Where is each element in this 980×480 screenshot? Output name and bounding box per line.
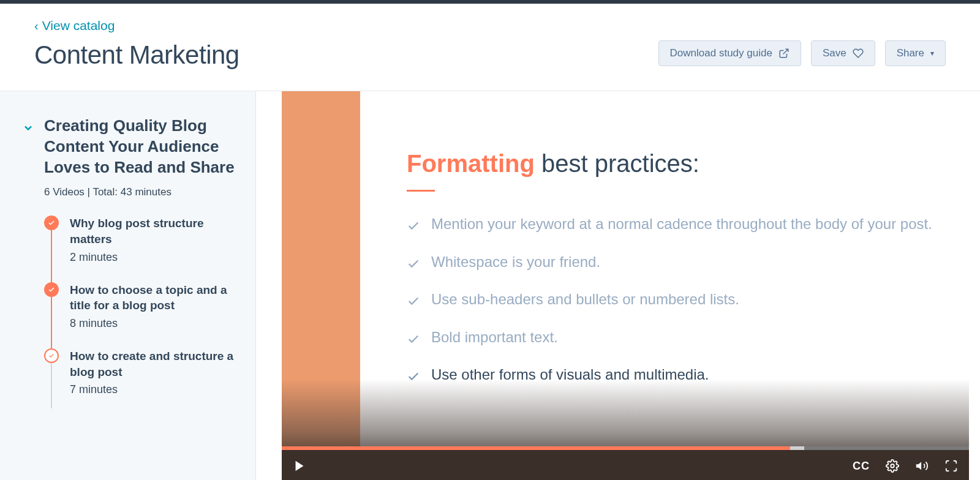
slide-bullet: Bold important text. <box>407 327 932 351</box>
check-icon <box>48 219 55 227</box>
play-icon <box>293 459 306 473</box>
svg-line-0 <box>783 49 788 54</box>
chevron-left-icon: ‹ <box>34 19 39 33</box>
page-header: ‹ View catalog Content Marketing Downloa… <box>0 4 980 91</box>
section-meta: 6 Videos | Total: 43 minutes <box>44 186 238 198</box>
check-icon <box>407 368 420 389</box>
bullet-text: Use sub-headers and bullets or numbered … <box>431 289 739 310</box>
volume-icon <box>915 459 929 473</box>
check-icon <box>48 286 55 293</box>
lesson-sidebar: Creating Quality Blog Content Your Audi­… <box>0 91 256 480</box>
video-area: Formatting best practices: Mention your … <box>256 91 980 480</box>
svg-marker-1 <box>296 461 304 471</box>
bullet-text: Mention your keyword at a normal cadence… <box>431 214 932 234</box>
slide-bullets: Mention your keyword at a normal cadence… <box>407 214 932 389</box>
controls-left <box>293 459 306 473</box>
volume-button[interactable] <box>915 459 929 473</box>
lesson-list: Why blog post structure matters 2 minute… <box>44 216 238 396</box>
lesson-title: Why blog post structure matters <box>70 216 238 247</box>
fullscreen-button[interactable] <box>944 459 958 473</box>
save-label: Save <box>823 47 846 59</box>
fullscreen-icon <box>944 459 958 473</box>
lesson-title: How to choose a topic and a title for a … <box>70 282 238 313</box>
slide-bullet: Use sub-headers and bullets or numbered … <box>407 289 932 313</box>
header-actions: Download study guide Save Share ▾ <box>658 40 946 66</box>
status-dot-current <box>44 348 59 363</box>
check-icon <box>407 255 420 276</box>
lesson-item[interactable]: How to create and structure a blog post … <box>44 348 238 396</box>
caret-down-icon: ▾ <box>930 49 934 58</box>
check-icon <box>48 353 55 359</box>
slide-underline <box>407 190 435 192</box>
share-button[interactable]: Share ▾ <box>885 40 946 66</box>
slide-heading-rest: best practices: <box>535 150 699 177</box>
save-button[interactable]: Save <box>811 40 875 66</box>
external-link-icon <box>778 48 790 59</box>
video-controls: CC <box>282 450 969 480</box>
lesson-title: How to create and structure a blog post <box>70 348 238 380</box>
lesson-duration: 7 minutes <box>70 383 238 396</box>
section-header[interactable]: Creating Quality Blog Content Your Audi­… <box>22 116 238 178</box>
slide-accent-stripe <box>282 91 360 446</box>
slide-content: Formatting best practices: Mention your … <box>360 91 969 446</box>
download-study-guide-button[interactable]: Download study guide <box>658 40 801 66</box>
chevron-down-icon <box>22 122 34 137</box>
main-body: Creating Quality Blog Content Your Audi­… <box>0 91 980 480</box>
gear-icon <box>886 459 899 473</box>
bullet-text: Use other forms of visuals and multimedi… <box>431 364 709 385</box>
bullet-text: Bold important text. <box>431 327 558 348</box>
svg-marker-3 <box>916 462 921 470</box>
check-icon <box>407 331 420 351</box>
settings-button[interactable] <box>886 459 899 473</box>
lesson-item[interactable]: Why blog post structure matters 2 minute… <box>44 216 238 263</box>
section-title: Creating Quality Blog Content Your Audi­… <box>44 116 238 178</box>
slide-bullet: Mention your keyword at a normal cadence… <box>407 214 932 238</box>
slide-heading-accent: Formatting <box>407 150 535 177</box>
share-label: Share <box>897 47 924 59</box>
lesson-duration: 2 minutes <box>70 251 238 264</box>
closed-captions-button[interactable]: CC <box>853 460 870 473</box>
heart-icon <box>853 48 864 59</box>
status-dot-done <box>44 216 59 230</box>
lesson-text: Why blog post structure matters 2 minute… <box>70 216 238 263</box>
status-dot-done <box>44 282 59 297</box>
header-left: ‹ View catalog Content Marketing <box>34 18 239 70</box>
check-icon <box>407 217 420 238</box>
bullet-text: Whitespace is your friend. <box>431 252 600 272</box>
slide-bullet-active: Use other forms of visuals and multimedi… <box>407 364 932 389</box>
svg-point-2 <box>891 464 894 468</box>
video-slide[interactable]: Formatting best practices: Mention your … <box>282 91 969 446</box>
lesson-text: How to create and structure a blog post … <box>70 348 238 396</box>
page-title: Content Marketing <box>34 40 239 70</box>
back-to-catalog-link[interactable]: ‹ View catalog <box>34 18 239 33</box>
slide-heading: Formatting best practices: <box>407 150 932 178</box>
lesson-item[interactable]: How to choose a topic and a title for a … <box>44 282 238 330</box>
download-label: Download study guide <box>670 47 772 59</box>
lesson-text: How to choose a topic and a title for a … <box>70 282 238 330</box>
check-icon <box>407 293 420 313</box>
slide-bullet: Whitespace is your friend. <box>407 252 932 276</box>
play-button[interactable] <box>293 459 306 473</box>
lesson-duration: 8 minutes <box>70 317 238 330</box>
controls-right: CC <box>853 459 958 473</box>
back-link-label: View catalog <box>42 18 115 33</box>
video-player: Formatting best practices: Mention your … <box>282 91 969 480</box>
